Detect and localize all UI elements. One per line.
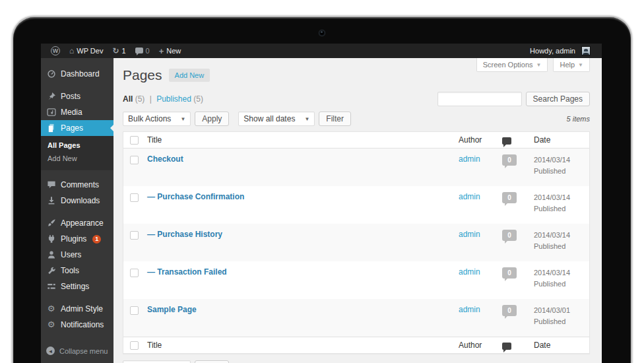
select-all-checkbox[interactable]: [130, 341, 139, 350]
date-cell: 2014/03/14Published: [534, 154, 589, 176]
collapse-menu-button[interactable]: Collapse menu: [41, 343, 113, 358]
main-content: Screen Options ▼ Help ▼ Pages Add New Al…: [113, 58, 602, 363]
sidebar-item-media[interactable]: Media: [41, 104, 113, 120]
view-filter-links: All (5) | Published (5): [123, 94, 203, 104]
wordpress-logo-menu[interactable]: W: [46, 44, 65, 58]
row-checkbox[interactable]: [130, 306, 139, 315]
column-footer-date[interactable]: Date: [534, 341, 589, 350]
comments-column-icon[interactable]: [502, 343, 511, 350]
row-checkbox[interactable]: [130, 231, 139, 240]
page-title-link[interactable]: — Transaction Failed: [147, 267, 459, 277]
column-header-date[interactable]: Date: [534, 135, 589, 145]
submenu-item-add-new[interactable]: Add New: [41, 152, 113, 165]
view-published-count: (5): [193, 94, 203, 104]
comment-count-bubble[interactable]: 0: [502, 230, 517, 241]
select-all-checkbox[interactable]: [130, 136, 139, 145]
page-title-link[interactable]: Checkout: [147, 154, 459, 164]
author-link[interactable]: admin: [459, 267, 502, 277]
column-header-title[interactable]: Title: [147, 135, 459, 145]
comment-count: 0: [507, 156, 511, 164]
sidebar-item-plugins[interactable]: Plugins 1: [41, 231, 113, 247]
apply-button-bottom[interactable]: Apply: [195, 360, 229, 363]
pages-list-table: Title Author Date Checkout admin 0 2014/…: [123, 131, 590, 354]
menu-separator: [41, 82, 113, 88]
page-title-link[interactable]: Sample Page: [147, 305, 459, 314]
row-checkbox[interactable]: [130, 193, 139, 202]
comments-column-icon[interactable]: [502, 137, 511, 145]
meta-tabs: Screen Options ▼ Help ▼: [476, 58, 590, 72]
comment-count-bubble[interactable]: 0: [502, 192, 517, 203]
table-row: — Purchase Confirmation admin 0 2014/03/…: [123, 186, 589, 224]
author-link[interactable]: admin: [459, 305, 502, 314]
author-link[interactable]: admin: [459, 192, 502, 201]
submenu-item-all-pages[interactable]: All Pages: [41, 139, 113, 152]
row-checkbox[interactable]: [130, 156, 139, 164]
comments-link[interactable]: 0: [131, 44, 154, 58]
comments-icon: [46, 180, 56, 189]
sidebar-item-dashboard[interactable]: Dashboard: [41, 66, 113, 82]
sidebar-item-pages[interactable]: Pages: [41, 120, 113, 136]
status-text: Published: [534, 203, 589, 214]
admin-bar: W WP Dev 1 0 New Howdy, admin: [41, 44, 602, 58]
sidebar-item-admin-style[interactable]: Admin Style: [41, 301, 113, 317]
sidebar-item-label: Plugins: [61, 234, 86, 244]
add-new-button[interactable]: Add New: [169, 69, 210, 82]
search-pages-button[interactable]: Search Pages: [526, 92, 590, 106]
items-count: 5 items: [567, 115, 590, 123]
author-link[interactable]: admin: [459, 230, 502, 239]
pin-icon: [46, 92, 56, 101]
search-input[interactable]: [437, 92, 522, 106]
author-link[interactable]: admin: [459, 154, 502, 164]
date-value: 2014/03/14: [534, 231, 570, 239]
sidebar-item-label: Tools: [61, 266, 79, 275]
help-tab[interactable]: Help ▼: [553, 58, 590, 72]
apply-button[interactable]: Apply: [195, 112, 229, 126]
sidebar-item-users[interactable]: Users: [41, 247, 113, 263]
sidebar-item-settings[interactable]: Settings: [41, 279, 113, 294]
column-footer-title[interactable]: Title: [147, 341, 459, 350]
dates-filter-select[interactable]: Show all dates ▼: [238, 112, 315, 126]
row-checkbox[interactable]: [130, 269, 139, 277]
page-title: Pages: [123, 67, 162, 83]
date-cell: 2014/03/14Published: [534, 267, 589, 289]
chevron-down-icon: ▼: [180, 116, 185, 122]
media-icon: [46, 108, 56, 117]
date-cell: 2014/03/14Published: [534, 230, 589, 251]
page-title-link[interactable]: — Purchase Confirmation: [147, 192, 459, 201]
sidebar-item-downloads[interactable]: Downloads: [41, 193, 113, 209]
sidebar-item-comments[interactable]: Comments: [41, 177, 113, 193]
plugin-icon: [46, 234, 56, 244]
comment-count-bubble[interactable]: 0: [502, 305, 517, 316]
submenu-item-label: Add New: [48, 154, 77, 162]
bulk-actions-select-bottom[interactable]: Bulk Actions ▼: [123, 360, 191, 363]
view-separator: |: [150, 94, 152, 104]
submenu-item-label: All Pages: [48, 141, 80, 149]
sidebar-item-notifications[interactable]: Notifications: [41, 317, 113, 333]
site-link[interactable]: WP Dev: [65, 44, 108, 58]
new-content-menu[interactable]: New: [154, 44, 186, 58]
comment-count-bubble[interactable]: 0: [502, 267, 517, 279]
my-account-menu[interactable]: Howdy, admin: [525, 44, 595, 58]
updates-link[interactable]: 1: [108, 44, 130, 58]
screen-options-tab[interactable]: Screen Options ▼: [476, 58, 548, 72]
gear-icon: [46, 304, 56, 314]
table-row: — Purchase History admin 0 2014/03/14Pub…: [123, 224, 589, 261]
sidebar-item-label: Posts: [61, 92, 80, 101]
update-icon: [112, 47, 119, 55]
view-all-link[interactable]: All: [123, 94, 133, 104]
date-value: 2014/03/01: [534, 306, 570, 314]
settings-icon: [46, 282, 56, 291]
bulk-actions-select[interactable]: Bulk Actions ▼: [123, 112, 191, 126]
comment-count-bubble[interactable]: 0: [502, 154, 517, 166]
filter-button[interactable]: Filter: [319, 112, 351, 126]
sidebar-item-label: Media: [61, 108, 82, 117]
view-published-link[interactable]: Published: [156, 94, 191, 104]
sidebar-item-label: Appearance: [61, 218, 104, 228]
table-footer-row: Title Author Date: [123, 337, 589, 353]
chevron-down-icon: ▼: [536, 62, 542, 68]
comment-count: 0: [507, 307, 511, 314]
sidebar-item-posts[interactable]: Posts: [41, 88, 113, 104]
sidebar-item-tools[interactable]: Tools: [41, 263, 113, 279]
sidebar-item-appearance[interactable]: Appearance: [41, 215, 113, 231]
page-title-link[interactable]: — Purchase History: [147, 230, 459, 239]
